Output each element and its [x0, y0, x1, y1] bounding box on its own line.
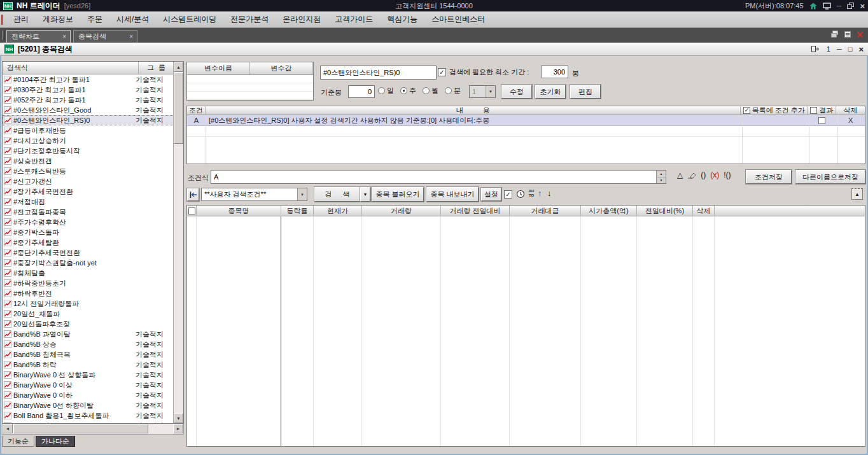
search-formula-row[interactable]: Band%B 하락기술적지	[3, 360, 174, 370]
search-formula-row[interactable]: #급등이후재반등	[3, 125, 174, 136]
horizontal-scrollbar[interactable]: ◄ ►	[2, 424, 184, 435]
period-radio-3[interactable]: 분	[445, 86, 461, 95]
close-button[interactable]: ×	[860, 2, 865, 10]
period-radio-1[interactable]: 주	[400, 86, 416, 95]
tab-close-icon[interactable]: ×	[62, 33, 66, 40]
reset-button[interactable]: 초기화	[535, 85, 566, 99]
add-to-list-checkbox[interactable]: ✓	[743, 107, 750, 114]
search-formula-row[interactable]: #0스탠와인스타인_RS)0기술적지	[3, 115, 174, 125]
search-formula-row[interactable]: #스토캐스틱반등	[3, 166, 174, 176]
chevron-down-icon[interactable]: ▼	[486, 86, 495, 97]
search-formula-row[interactable]: #052주간 최고가 돌파1기술적지	[3, 95, 174, 105]
search-formula-row[interactable]: #전고점돌파종목	[3, 207, 174, 217]
vertical-scrollbar[interactable]: ▲ ▼	[173, 62, 183, 423]
window-maximize-button[interactable]: □	[848, 46, 853, 53]
search-formula-row[interactable]: #0104주간 최고가 돌파1기술적지	[3, 74, 174, 85]
search-formula-row[interactable]: #저점매집	[3, 197, 174, 207]
scroll-down-icon[interactable]: ▼	[174, 413, 183, 423]
menu-item-1[interactable]: 계좌정보	[36, 11, 80, 27]
load-stocks-button[interactable]: 종목 불러오기	[372, 187, 424, 202]
menu-item-7[interactable]: 고객가이드	[328, 11, 380, 27]
detach-window-icon[interactable]	[811, 45, 820, 53]
menu-item-4[interactable]: 시스템트레이딩	[156, 11, 223, 27]
scroll-right-icon[interactable]: ►	[173, 424, 183, 433]
search-formula-row[interactable]: 20일선_재돌파	[3, 309, 174, 319]
minimize-button[interactable]: ─	[837, 3, 842, 10]
search-formula-row[interactable]: #하락중반등초기	[3, 278, 174, 288]
column-header-var-name[interactable]: 변수이름	[187, 62, 250, 74]
op-not-parens-icon[interactable]: !()	[724, 171, 731, 179]
search-formula-row[interactable]: #신고가갱신	[3, 176, 174, 186]
edit-button[interactable]: 편집	[570, 85, 601, 99]
window-close-button[interactable]: ×	[858, 45, 864, 53]
results-column-header-5[interactable]: 거래대금	[510, 206, 581, 216]
auto-icon[interactable]: AUTO	[528, 189, 535, 198]
menu-item-5[interactable]: 전문가분석	[223, 11, 276, 27]
realtime-checkbox[interactable]: ✓	[504, 190, 512, 199]
results-column-header-3[interactable]: 거래량	[362, 206, 441, 216]
menu-item-6[interactable]: 온라인지점	[276, 11, 328, 27]
import-condition-icon[interactable]	[187, 188, 199, 201]
search-formula-row[interactable]: #장기추세국면전환	[3, 186, 174, 197]
content-tab-1[interactable]: 종목검색×	[73, 30, 137, 43]
min-period-checkbox[interactable]: ✓	[438, 68, 446, 76]
search-formula-row[interactable]: Band%B 침체극복기술적지	[3, 349, 174, 360]
column-header-condition[interactable]: 조건	[187, 106, 206, 115]
search-formula-row[interactable]: #0스탠와인스타인_Good기술적지	[3, 105, 174, 115]
column-header-var-value[interactable]: 변수값	[250, 62, 313, 74]
results-select-all[interactable]	[187, 206, 197, 216]
results-column-header-7[interactable]: 전일대비(%)	[637, 206, 693, 216]
column-header-add-to-list[interactable]: ✓ 목록에 조건 추가	[741, 106, 808, 115]
close-all-icon[interactable]	[857, 31, 864, 38]
search-formula-row[interactable]: BinaryWave 0선 하향이탈기술적지	[3, 400, 174, 410]
move-down-icon[interactable]: ↓	[547, 188, 552, 198]
op-eraser-icon[interactable]	[687, 171, 696, 179]
save-as-button[interactable]: 다른이름으로저장	[795, 170, 865, 184]
collapse-panel-icon[interactable]: ▲	[851, 188, 863, 200]
op-parens-icon[interactable]: ()	[701, 171, 706, 179]
search-formula-row[interactable]: Boll Band 활용1_횡보추세돌파기술적지	[3, 410, 174, 421]
restore-button[interactable]	[847, 3, 854, 9]
save-condition-button[interactable]: 조건저장	[746, 170, 792, 184]
results-column-header-2[interactable]: 현재가	[314, 206, 362, 216]
scroll-left-icon[interactable]: ◄	[3, 424, 13, 433]
results-column-header-1[interactable]: 등락률	[281, 206, 314, 216]
column-header-result[interactable]: 결과	[808, 106, 836, 115]
search-formula-row[interactable]: BinaryWave 0 선 상향돌파기술적지	[3, 370, 174, 380]
tabbar-grip[interactable]	[2, 31, 4, 40]
search-formula-row[interactable]: #주가수렴후확산	[3, 217, 174, 227]
spin-down-icon[interactable]: ▼	[657, 178, 666, 184]
search-formula-row[interactable]: #단기조정후반등시작	[3, 146, 174, 156]
sort-tab-0[interactable]: 기능순	[2, 436, 34, 447]
vertical-scrollbar-thumb[interactable]	[174, 73, 183, 144]
formula-name-input[interactable]	[320, 66, 437, 80]
home-icon[interactable]	[809, 3, 817, 10]
results-column-header-6[interactable]: 시가총액(억)	[581, 206, 637, 216]
op-triangle-icon[interactable]: △	[677, 171, 683, 179]
menu-item-2[interactable]: 주문	[80, 11, 109, 27]
result-checkbox[interactable]	[810, 107, 817, 114]
clock-icon[interactable]	[516, 190, 525, 199]
search-formula-row[interactable]: #중기추세탈환	[3, 237, 174, 248]
search-formula-row[interactable]: BinaryWave 0 이하기술적지	[3, 390, 174, 400]
tab-close-icon[interactable]: ×	[129, 33, 133, 40]
search-options-dropdown-icon[interactable]: ▼	[360, 187, 370, 202]
condition-delete-button[interactable]: X	[836, 116, 865, 124]
search-formula-row[interactable]: #하락후반전	[3, 288, 174, 298]
column-header-delete[interactable]: 삭제	[836, 106, 865, 115]
scroll-up-icon[interactable]: ▲	[174, 62, 183, 72]
menu-grip[interactable]	[1, 15, 3, 25]
search-formula-row[interactable]: 12시 전일거래량돌파	[3, 298, 174, 309]
search-formula-row[interactable]: #중기박스돌파	[3, 227, 174, 237]
condition-result-checkbox[interactable]	[818, 117, 825, 124]
horizontal-scrollbar-thumb[interactable]	[13, 424, 148, 433]
base-bar-input[interactable]	[348, 85, 375, 98]
column-header-group[interactable]: 그 룹	[139, 62, 174, 74]
modify-button[interactable]: 수정	[501, 85, 532, 99]
content-tab-0[interactable]: 전략차트×	[6, 30, 71, 43]
window-minimize-button[interactable]: ─	[837, 46, 842, 53]
search-formula-row[interactable]: BinaryWave 0 이상기술적지	[3, 380, 174, 390]
op-remove-parens-icon[interactable]: (x)	[710, 171, 719, 179]
cascade-windows-icon[interactable]	[830, 31, 839, 38]
search-formula-row[interactable]: Band%B 과열이탈기술적지	[3, 329, 174, 339]
